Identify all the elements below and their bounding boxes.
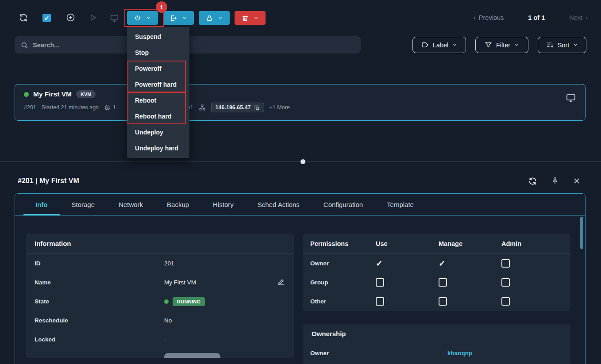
chevron-down-icon bbox=[146, 15, 151, 20]
info-row-locked: Locked - bbox=[26, 330, 294, 349]
delete-actions-button[interactable] bbox=[235, 11, 266, 25]
info-row-name: Name My First VM bbox=[26, 273, 294, 292]
vm-cpu: 1 bbox=[104, 104, 116, 111]
panel-scrollbar-thumb[interactable] bbox=[580, 217, 583, 249]
edit-name-icon[interactable] bbox=[277, 278, 285, 285]
owner-admin-checkbox[interactable] bbox=[501, 259, 563, 268]
menu-item-reboot[interactable]: Reboot bbox=[127, 92, 189, 108]
tab-history[interactable]: History bbox=[201, 194, 246, 215]
network-icon bbox=[199, 104, 206, 111]
create-vm-icon[interactable] bbox=[66, 13, 75, 22]
vm-ip-chip[interactable]: 146.196.65.47 bbox=[211, 103, 264, 112]
lock-icon bbox=[206, 15, 213, 22]
chevron-down-icon bbox=[254, 15, 258, 20]
chevron-down-icon bbox=[182, 15, 187, 20]
tab-sched-actions[interactable]: Sched Actions bbox=[246, 194, 312, 215]
tab-template[interactable]: Template bbox=[375, 194, 426, 215]
vm-id: #201 bbox=[24, 104, 36, 111]
menu-item-poweroff[interactable]: Poweroff bbox=[127, 61, 189, 77]
copy-icon[interactable] bbox=[254, 105, 260, 111]
tab-network[interactable]: Network bbox=[107, 194, 155, 215]
vm-detail-panel: Info Storage Network Backup History Sche… bbox=[15, 193, 586, 364]
clipped-element bbox=[164, 353, 220, 358]
permissions-row-other: Other bbox=[303, 292, 570, 311]
info-row-state: State RUNNING bbox=[26, 292, 294, 311]
detail-tabs: Info Storage Network Backup History Sche… bbox=[15, 194, 585, 216]
info-row-id: ID 201 bbox=[26, 254, 294, 273]
detail-title: #201 | My First VM bbox=[18, 177, 79, 185]
memory-chip-icon bbox=[104, 104, 111, 111]
label-button[interactable]: Label bbox=[412, 37, 466, 53]
group-use-checkbox[interactable] bbox=[376, 278, 439, 287]
tab-info[interactable]: Info bbox=[23, 194, 60, 215]
menu-item-suspend[interactable]: Suspend bbox=[127, 29, 189, 45]
console-icon bbox=[110, 13, 119, 23]
power-actions-button[interactable] bbox=[127, 11, 158, 25]
chevron-down-icon bbox=[514, 42, 519, 47]
refresh-icon[interactable] bbox=[19, 13, 28, 23]
chevron-down-icon bbox=[452, 42, 457, 47]
ownership-title: Ownership bbox=[303, 324, 570, 344]
vm-action-buttons bbox=[127, 11, 266, 25]
next-page-button[interactable]: Next › bbox=[569, 14, 588, 21]
select-all-checkbox[interactable]: ✓ bbox=[42, 14, 51, 22]
menu-item-reboot-hard[interactable]: Reboot hard bbox=[127, 108, 189, 124]
ownership-row-owner: Owner khanqnp bbox=[303, 344, 570, 362]
migrate-actions-button[interactable] bbox=[163, 11, 194, 25]
permissions-row-group: Group bbox=[303, 273, 570, 292]
vnc-console-icon[interactable] bbox=[566, 92, 576, 103]
permissions-col-use: Use bbox=[376, 240, 439, 247]
information-title: Information bbox=[26, 234, 294, 254]
vm-started-time: Started 21 minutes ago bbox=[42, 104, 99, 111]
previous-page-button[interactable]: ‹ Previous bbox=[474, 14, 504, 21]
page-indicator: 1 of 1 bbox=[528, 14, 545, 21]
pagination: ‹ Previous 1 of 1 Next › bbox=[474, 12, 588, 23]
owner-use-checkbox[interactable] bbox=[376, 258, 439, 268]
sort-button[interactable]: Sort bbox=[538, 37, 586, 53]
power-icon bbox=[134, 15, 141, 22]
vm-more-ips[interactable]: +1 More bbox=[270, 104, 290, 111]
group-admin-checkbox[interactable] bbox=[501, 278, 563, 287]
chevron-right-icon: › bbox=[586, 14, 588, 21]
tab-backup[interactable]: Backup bbox=[155, 194, 201, 215]
close-icon[interactable] bbox=[573, 177, 581, 185]
lock-actions-button[interactable] bbox=[199, 11, 230, 25]
trash-icon bbox=[242, 15, 249, 22]
filter-button[interactable]: Filter bbox=[475, 37, 528, 53]
power-actions-menu: Suspend Stop Poweroff Poweroff hard Rebo… bbox=[127, 27, 189, 158]
annotation-step-badge: 1 bbox=[156, 1, 167, 13]
permissions-row-owner: Owner bbox=[303, 254, 570, 273]
other-manage-checkbox[interactable] bbox=[439, 297, 501, 306]
menu-item-undeploy-hard[interactable]: Undeploy hard bbox=[127, 140, 189, 156]
detail-header: #201 | My First VM bbox=[18, 174, 586, 188]
permissions-card: Permissions Use Manage Admin Owner Group… bbox=[303, 234, 570, 311]
chevron-down-icon bbox=[218, 15, 223, 20]
migrate-icon bbox=[170, 15, 177, 22]
play-icon bbox=[89, 13, 97, 22]
splitter-handle[interactable] bbox=[300, 159, 305, 164]
group-manage-checkbox[interactable] bbox=[439, 278, 501, 287]
other-use-checkbox[interactable] bbox=[376, 297, 439, 306]
filter-group: Label Filter Sort bbox=[412, 37, 586, 53]
menu-item-poweroff-hard[interactable]: Poweroff hard bbox=[127, 77, 189, 92]
ownership-card: Ownership Owner khanqnp bbox=[303, 324, 570, 364]
search-icon bbox=[20, 41, 28, 49]
permissions-col-manage: Manage bbox=[439, 240, 501, 247]
search-input[interactable] bbox=[33, 42, 355, 49]
state-dot bbox=[164, 299, 169, 304]
information-card: Information ID 201 Name My First VM Stat… bbox=[26, 234, 294, 358]
vm-list-card[interactable]: My First VM KVM #201 Started 21 minutes … bbox=[15, 84, 586, 121]
detail-refresh-icon[interactable] bbox=[528, 176, 537, 186]
tab-storage[interactable]: Storage bbox=[60, 194, 107, 215]
permissions-col-admin: Admin bbox=[501, 240, 563, 247]
tag-icon bbox=[421, 41, 429, 49]
pin-icon[interactable] bbox=[551, 177, 559, 185]
permissions-title: Permissions bbox=[310, 240, 376, 247]
owner-user-link[interactable]: khanqnp bbox=[447, 350, 472, 356]
chevron-left-icon: ‹ bbox=[474, 14, 476, 21]
tab-configuration[interactable]: Configuration bbox=[312, 194, 375, 215]
menu-item-stop[interactable]: Stop bbox=[127, 45, 189, 61]
menu-item-undeploy[interactable]: Undeploy bbox=[127, 124, 189, 140]
other-admin-checkbox[interactable] bbox=[501, 297, 563, 306]
owner-manage-checkbox[interactable] bbox=[439, 258, 501, 268]
